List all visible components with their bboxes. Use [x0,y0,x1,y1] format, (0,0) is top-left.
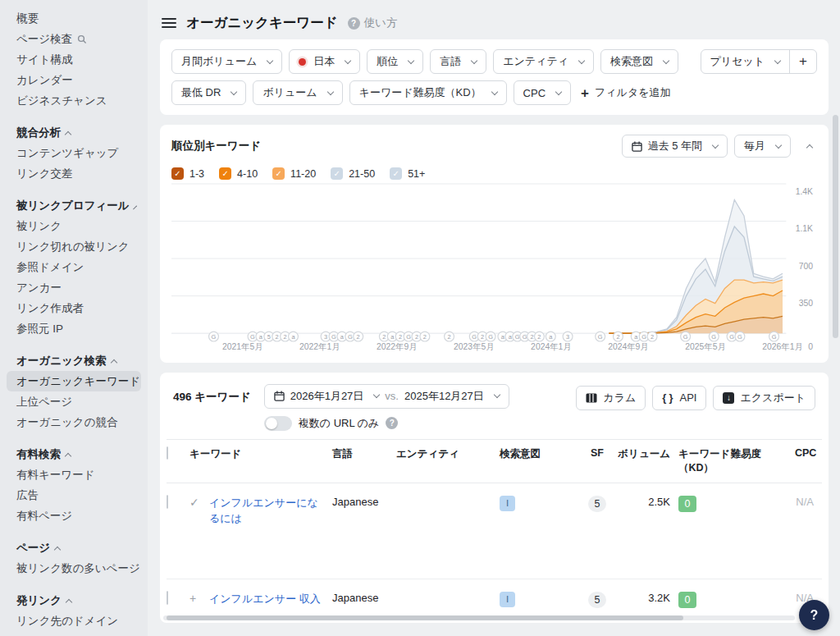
hamburger-menu-icon[interactable] [162,18,176,28]
sidebar-item-label: 広告 [16,488,39,503]
date-range-label: 過去 5 年間 [648,139,702,153]
help-fab-button[interactable]: ? [799,600,829,630]
sidebar-item[interactable]: ビジネスチャンス [7,90,141,111]
row-checkbox[interactable] [167,495,168,509]
add-filter-button[interactable]: + フィルタを追加 [578,85,673,100]
date-compare-picker[interactable]: 2026年1月27日 vs. 2025年12月27日 [264,384,509,409]
x-axis-label: 2023年5月 [454,342,495,351]
sidebar-item-active[interactable]: オーガニックキーワード [7,371,141,391]
sidebar-item[interactable]: リンク切れの被リンク [7,236,141,257]
sidebar-section-header[interactable]: ページ [7,538,141,558]
column-header-keyword[interactable]: キーワード [189,447,332,461]
position-legend: ✓1-3✓4-10✓11-20✓21-50✓51+ [171,167,817,180]
sidebar-item-label: 参照元 IP [16,322,63,336]
select-all-checkbox[interactable] [167,446,168,460]
chevron-down-icon [774,57,781,63]
filter-chip[interactable]: 最低 DR [171,80,246,105]
chevron-up-icon [66,598,72,605]
api-button[interactable]: { } API [652,386,706,410]
legend-checkbox-1-3[interactable]: ✓1-3 [171,167,204,180]
columns-button[interactable]: カラム [576,386,646,410]
download-icon: ↓ [723,392,734,404]
sidebar-section-header[interactable]: 被リンクプロフィール [7,195,141,216]
sidebar-item[interactable]: コンテンツギャップ [7,143,141,163]
column-header-cpc[interactable]: CPC [795,447,824,459]
sidebar-item[interactable]: 上位ページ [7,391,141,412]
check-icon[interactable]: ✓ [189,496,199,509]
event-marker-glyph: G [523,333,527,341]
chart-title: 順位別キーワード [171,139,261,153]
row-checkbox[interactable] [167,591,168,605]
legend-checkbox-51+[interactable]: ✓51+ [390,167,425,180]
filter-chip[interactable]: キーワード難易度（KD） [349,80,507,105]
volume-cell: 3.2K [616,592,678,604]
sidebar-item[interactable]: アンカー [7,277,141,298]
sidebar-item[interactable]: 被リンク数の多いページ [7,558,141,579]
positions-chart-card: 順位別キーワード 過去 5 年間 毎月 ✓1-3✓4-10✓11-20✓21-5… [160,125,829,363]
filter-row-2: 最低 DRボリュームキーワード難易度（KD）CPC + フィルタを追加 [171,80,817,105]
horizontal-scrollbar[interactable] [163,615,795,620]
legend-checkbox-4-10[interactable]: ✓4-10 [219,167,258,180]
filter-chip-label: 日本 [313,54,335,69]
filter-chip[interactable]: 月間ボリューム [171,49,282,74]
sidebar-item[interactable]: 送信アンカー [7,631,141,636]
sidebar-item[interactable]: サイト構成 [7,49,141,70]
filter-chip[interactable]: エンティティ [493,49,594,74]
sidebar-section-header[interactable]: 競合分析 [7,122,141,143]
sidebar-section-header[interactable]: 発リンク [7,590,141,611]
export-button[interactable]: ↓ エクスポート [713,386,815,410]
column-header-entity[interactable]: エンティティ [396,447,500,461]
vertical-scrollbar[interactable] [833,115,838,338]
event-marker-glyph: G [472,333,477,341]
plus-icon[interactable]: + [189,592,196,605]
sidebar-item-label: カレンダー [16,73,73,88]
sidebar-item[interactable]: リンク作成者 [7,298,141,318]
sidebar-item[interactable]: オーガニックの競合 [7,412,141,432]
sidebar-section-header[interactable]: 有料検索 [7,444,141,464]
interval-button[interactable]: 毎月 [734,135,791,158]
sidebar-section-header[interactable]: オーガニック検索 [7,350,141,371]
scrollbar-thumb[interactable] [167,615,683,620]
sidebar-item[interactable]: リンク交差 [7,163,141,184]
howto-link[interactable]: ? 使い方 [348,16,398,30]
sidebar-item[interactable]: リンク先のドメイン [7,611,141,631]
sidebar-item-label: 概要 [16,11,39,26]
column-header-volume[interactable]: ボリューム [616,447,678,461]
sidebar-item-label: ビジネスチャンス [16,94,107,108]
filter-chip[interactable]: 日本 [289,49,360,74]
sidebar-item-label: 有料ページ [16,509,72,524]
filter-chip[interactable]: 検索意図 [600,49,678,74]
sidebar-item[interactable]: 有料ページ [7,506,141,526]
filter-chip-label: エンティティ [503,54,568,69]
sidebar-item[interactable]: 被リンク [7,216,141,236]
sidebar-item[interactable]: ページ検査 [7,29,141,49]
add-preset-button[interactable]: + [789,50,816,73]
filter-chip[interactable]: 順位 [367,49,423,74]
filter-chip[interactable]: CPC [514,80,571,105]
sidebar-item[interactable]: 広告 [7,485,141,506]
checkbox-icon: ✓ [331,167,343,180]
column-header-sf[interactable]: SF [587,447,616,459]
intent-badge: I [500,496,515,511]
date-range-button[interactable]: 過去 5 年間 [622,135,728,158]
sidebar-item[interactable]: カレンダー [7,70,141,90]
keyword-link[interactable]: インフルエンサーになるには [209,496,324,527]
chevron-down-icon [491,88,497,94]
legend-checkbox-11-20[interactable]: ✓11-20 [272,167,316,180]
sidebar-item[interactable]: 参照ドメイン [7,257,141,277]
preset-button[interactable]: プリセット [701,50,790,73]
sidebar-item[interactable]: 概要 [7,8,141,29]
sidebar-item-label: リンク交差 [16,167,72,181]
multiple-url-toggle[interactable] [264,416,292,431]
collapse-chart-button[interactable] [797,137,817,156]
column-header-kd[interactable]: キーワード難易度（KD） [678,447,795,475]
column-header-language[interactable]: 言語 [332,447,396,461]
x-axis-label: 2021年5月 [222,342,263,351]
legend-checkbox-21-50[interactable]: ✓21-50 [331,167,375,180]
filter-chip[interactable]: 言語 [430,49,486,74]
column-header-intent[interactable]: 検索意図 [500,447,587,461]
sidebar-item[interactable]: 有料キーワード [7,464,141,485]
keyword-link[interactable]: インフルエンサー 収入 [209,592,324,607]
filter-chip[interactable]: ボリューム [253,80,342,105]
sidebar-item[interactable]: 参照元 IP [7,318,141,339]
